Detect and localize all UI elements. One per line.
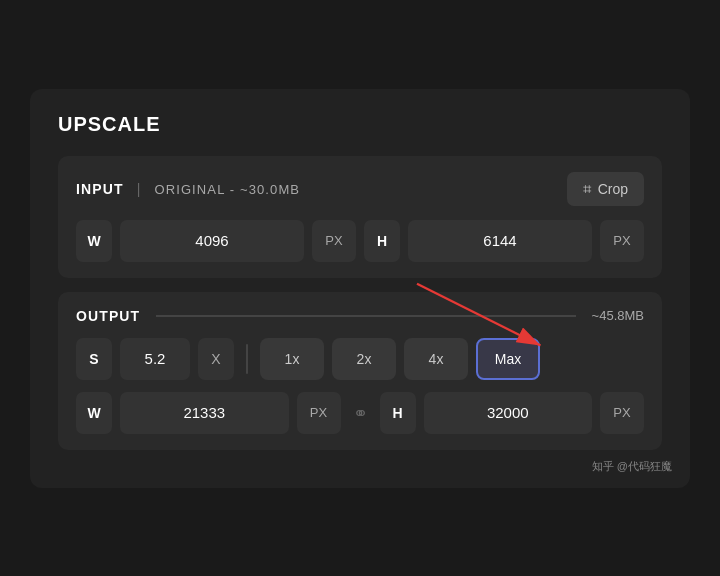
- scale-s-label: S: [76, 338, 112, 380]
- output-divider-line: [156, 315, 575, 317]
- output-height-label: H: [380, 392, 416, 434]
- input-meta: ORIGINAL - ~30.0MB: [154, 182, 300, 197]
- output-width-value[interactable]: 21333: [120, 392, 289, 434]
- preset-max-button[interactable]: Max: [476, 338, 540, 380]
- crop-button[interactable]: ⌗ Crop: [567, 172, 644, 206]
- preset-1x-button[interactable]: 1x: [260, 338, 324, 380]
- scale-value[interactable]: 5.2: [120, 338, 190, 380]
- output-section: OUTPUT ~45.8MB S 5.2 X 1x 2x 4x Max W 21…: [58, 292, 662, 450]
- output-width-label: W: [76, 392, 112, 434]
- watermark: 知乎 @代码狂魔: [592, 459, 672, 474]
- output-header: OUTPUT ~45.8MB: [76, 308, 644, 324]
- output-size: ~45.8MB: [592, 308, 644, 323]
- input-section-label: INPUT: [76, 181, 124, 197]
- panel-title: UPSCALE: [58, 113, 662, 136]
- output-height-unit: PX: [600, 392, 644, 434]
- input-height-value[interactable]: 6144: [408, 220, 592, 262]
- input-height-unit: PX: [600, 220, 644, 262]
- input-header: INPUT | ORIGINAL - ~30.0MB ⌗ Crop: [76, 172, 644, 206]
- output-height-value[interactable]: 32000: [424, 392, 593, 434]
- preset-4x-button[interactable]: 4x: [404, 338, 468, 380]
- input-width-unit: PX: [312, 220, 356, 262]
- input-label: INPUT | ORIGINAL - ~30.0MB: [76, 181, 300, 197]
- input-height-label: H: [364, 220, 400, 262]
- scale-divider: [246, 344, 248, 374]
- input-separator: |: [137, 181, 142, 197]
- input-section: INPUT | ORIGINAL - ~30.0MB ⌗ Crop W 4096…: [58, 156, 662, 278]
- preset-2x-button[interactable]: 2x: [332, 338, 396, 380]
- input-width-value[interactable]: 4096: [120, 220, 304, 262]
- output-width-unit: PX: [297, 392, 341, 434]
- input-dimension-row: W 4096 PX H 6144 PX: [76, 220, 644, 262]
- chain-link-icon: ⚭: [349, 402, 372, 424]
- input-width-label: W: [76, 220, 112, 262]
- output-label: OUTPUT: [76, 308, 140, 324]
- scale-row: S 5.2 X 1x 2x 4x Max: [76, 338, 644, 380]
- crop-button-label: Crop: [598, 181, 628, 197]
- upscale-panel: UPSCALE INPUT | ORIGINAL - ~30.0MB ⌗ Cro…: [30, 89, 690, 488]
- scale-unit: X: [198, 338, 234, 380]
- output-dimension-row: W 21333 PX ⚭ H 32000 PX: [76, 392, 644, 434]
- crop-icon: ⌗: [583, 180, 591, 198]
